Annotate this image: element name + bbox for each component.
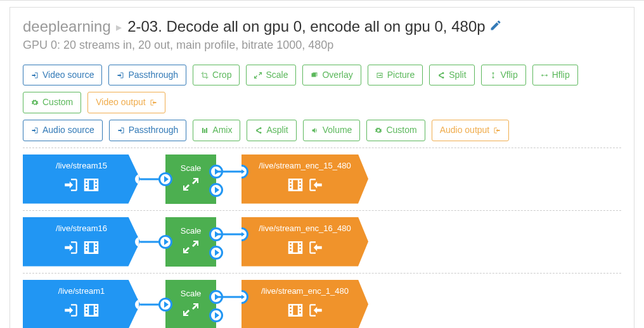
filter-node[interactable]: Scale	[165, 280, 216, 328]
expand-icon	[254, 72, 262, 79]
video-passthrough-button[interactable]: Passthrough	[108, 65, 186, 86]
cog-icon	[31, 99, 39, 106]
input-port[interactable]	[158, 298, 172, 312]
pipeline-canvas: /live/stream15Scale/live/stream_enc_15_4…	[23, 148, 621, 328]
button-label: Volume	[323, 124, 352, 137]
button-label: Scale	[266, 69, 288, 82]
logout-icon	[150, 99, 157, 106]
button-label: Split	[449, 69, 466, 82]
chevron-right-icon: ▸	[115, 21, 123, 35]
filter-label: Scale	[178, 160, 204, 174]
audio-amix-button[interactable]: Amix	[193, 120, 240, 141]
pipeline-row: /live/stream1Scale/live/stream_enc_1_480	[23, 274, 621, 328]
share-icon	[437, 72, 445, 79]
button-label: Audio output	[440, 124, 490, 137]
cog-icon	[375, 127, 382, 134]
pipeline-row: /live/stream15Scale/live/stream_enc_15_4…	[23, 148, 621, 211]
audio-volume-button[interactable]: Volume	[303, 120, 361, 141]
button-label: Audio source	[42, 124, 94, 137]
logout-icon	[307, 302, 324, 319]
mix-icon	[201, 127, 209, 134]
video-custom-button[interactable]: Custom	[23, 92, 81, 113]
button-label: Passthrough	[129, 124, 179, 137]
audio-audio-output-button[interactable]: Audio output	[432, 120, 510, 141]
page-subtitle: GPU 0: 20 streams in, 20 out, main profi…	[23, 39, 621, 52]
crop-icon	[201, 72, 209, 79]
source-label: /live/stream1	[23, 280, 140, 298]
video-split-button[interactable]: Split	[429, 65, 474, 86]
video-vflip-button[interactable]: Vflip	[481, 65, 526, 86]
source-label: /live/stream15	[23, 155, 140, 173]
picture-icon	[376, 72, 383, 79]
login-icon	[63, 239, 79, 256]
button-label: Picture	[387, 69, 415, 82]
page-title: 2-03. Decode all on gpu 0, encode all on…	[127, 18, 485, 35]
vflip-icon	[489, 72, 497, 79]
video-overlay-button[interactable]: Overlay	[302, 65, 361, 86]
login-icon	[63, 177, 79, 193]
sink-node[interactable]: /live/stream_enc_1_480	[242, 280, 368, 328]
login-icon	[31, 72, 39, 79]
expand-icon	[183, 302, 198, 317]
film-icon	[286, 301, 305, 320]
logout-icon	[307, 177, 324, 193]
button-label: Custom	[42, 96, 73, 109]
sink-label: /live/stream_enc_15_480	[242, 155, 368, 173]
film-icon	[82, 175, 101, 194]
filter-node[interactable]: Scale	[165, 155, 216, 204]
film-icon	[286, 175, 305, 194]
button-label: Custom	[386, 124, 416, 137]
button-label: Overlay	[322, 69, 352, 82]
video-scale-button[interactable]: Scale	[246, 65, 296, 86]
layers-icon	[311, 72, 318, 79]
login-icon	[117, 127, 125, 134]
video-crop-button[interactable]: Crop	[193, 65, 240, 86]
filter-label: Scale	[178, 222, 204, 237]
audio-toolbar: Audio sourcePassthroughAmixAsplitVolumeC…	[23, 120, 621, 141]
source-node[interactable]: /live/stream16	[23, 217, 140, 267]
video-toolbar: Video sourcePassthroughCropScaleOverlayP…	[23, 65, 621, 113]
button-label: Vflip	[501, 69, 518, 82]
source-node[interactable]: /live/stream1	[23, 280, 140, 328]
button-label: Amix	[212, 124, 232, 137]
button-label: Video output	[96, 96, 145, 109]
logout-icon	[307, 239, 324, 256]
video-picture-button[interactable]: Picture	[368, 65, 423, 86]
button-label: Passthrough	[128, 69, 178, 82]
film-icon	[286, 238, 305, 257]
volume-icon	[311, 127, 319, 134]
input-port[interactable]	[158, 235, 172, 249]
film-icon	[82, 301, 101, 320]
video-video-output-button[interactable]: Video output	[87, 92, 165, 113]
expand-icon	[183, 239, 198, 255]
audio-custom-button[interactable]: Custom	[366, 120, 425, 141]
audio-passthrough-button[interactable]: Passthrough	[109, 120, 187, 141]
sink-label: /live/stream_enc_16_480	[242, 217, 368, 236]
filter-label: Scale	[178, 285, 204, 300]
sink-node[interactable]: /live/stream_enc_15_480	[242, 155, 368, 204]
source-label: /live/stream16	[23, 217, 140, 236]
button-label: Hflip	[552, 69, 570, 82]
input-port[interactable]	[158, 172, 172, 186]
expand-icon	[183, 177, 198, 192]
sink-node[interactable]: /live/stream_enc_16_480	[242, 217, 368, 267]
button-label: Asplit	[266, 124, 288, 137]
source-node[interactable]: /live/stream15	[23, 155, 140, 204]
video-hflip-button[interactable]: Hflip	[532, 65, 578, 86]
video-video-source-button[interactable]: Video source	[23, 65, 102, 86]
audio-asplit-button[interactable]: Asplit	[247, 120, 296, 141]
share-icon	[255, 127, 262, 134]
button-label: Video source	[42, 69, 94, 82]
logout-icon	[493, 127, 501, 134]
pipeline-row: /live/stream16Scale/live/stream_enc_16_4…	[23, 211, 621, 274]
login-icon	[117, 72, 124, 79]
audio-audio-source-button[interactable]: Audio source	[23, 120, 103, 141]
sink-label: /live/stream_enc_1_480	[242, 280, 368, 298]
edit-icon[interactable]	[489, 18, 502, 35]
filter-node[interactable]: Scale	[165, 217, 216, 267]
hflip-icon	[541, 72, 548, 79]
breadcrumb: deeplearning ▸ 2-03. Decode all on gpu 0…	[23, 18, 621, 36]
film-icon	[82, 238, 101, 257]
breadcrumb-root[interactable]: deeplearning	[23, 18, 111, 35]
login-icon	[31, 127, 39, 134]
